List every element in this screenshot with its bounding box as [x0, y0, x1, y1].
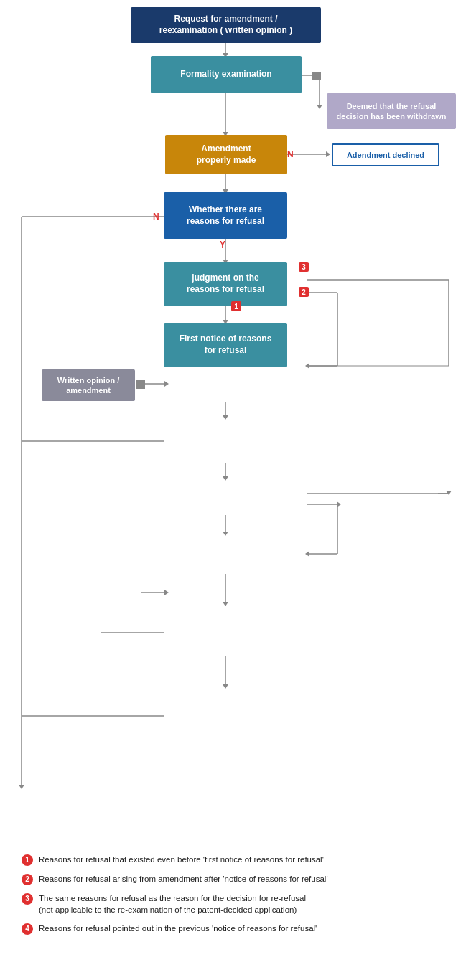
deemed-withdrawn-box: Deemed that the refusal decision has bee…: [327, 93, 456, 129]
badge-3-judgment1: 3: [299, 262, 309, 272]
svg-marker-47: [223, 684, 228, 689]
legend-badge-3: 3: [22, 893, 33, 905]
svg-marker-4: [317, 105, 322, 109]
whether1-n-label: N: [153, 212, 159, 222]
formality-label: Formality examination: [180, 69, 271, 80]
legend-item-1: 1 Reasons for refusal that existed even …: [22, 854, 444, 866]
legend-text-3: The same reasons for refusal as the reas…: [39, 892, 306, 915]
svg-marker-35: [337, 501, 341, 507]
badge-1-judgment1: 1: [231, 301, 241, 311]
formality-box: Formality examination: [151, 56, 302, 93]
svg-marker-23: [305, 363, 309, 369]
legend-badge-4: 4: [22, 923, 33, 935]
legend-badge-1: 1: [22, 854, 33, 866]
svg-marker-28: [223, 415, 228, 420]
svg-marker-44: [223, 602, 228, 606]
whether1-y-label: Y: [220, 240, 225, 250]
whether1-label: Whether there are reasons for refusal: [187, 204, 264, 227]
whether1-box: Whether there are reasons for refusal: [164, 192, 287, 239]
svg-marker-37: [223, 532, 228, 536]
badge-2-judgment1: 2: [299, 287, 309, 297]
legend-badge-2: 2: [22, 874, 33, 885]
legend-text-2: Reasons for refusal arising from amendme…: [39, 873, 328, 885]
legend-section: 1 Reasons for refusal that existed even …: [0, 839, 466, 956]
deemed-withdrawn-label: Deemed that the refusal decision has bee…: [337, 101, 447, 122]
amendment-declined1-label: Adendment declined: [347, 150, 424, 160]
judgment1-label: judgment on the reasons for refusal: [187, 273, 264, 295]
svg-marker-40: [305, 551, 309, 557]
svg-marker-26: [164, 381, 169, 387]
written-opinion1-label: Written opinion / amendment: [57, 375, 120, 396]
svg-marker-13: [19, 785, 24, 789]
legend-item-3: 3 The same reasons for refusal as the re…: [22, 892, 444, 915]
svg-marker-8: [326, 151, 330, 157]
legend-item-4: 4 Reasons for refusal pointed out in the…: [22, 923, 444, 935]
svg-marker-31: [223, 476, 228, 481]
legend-item-2: 2 Reasons for refusal arising from amend…: [22, 873, 444, 885]
svg-marker-33: [446, 491, 452, 495]
written-opinion1-box: Written opinion / amendment: [42, 369, 135, 401]
amendment1-box: Amendment properly made: [165, 135, 287, 174]
first-notice-label: First notice of reasons for refusal: [180, 334, 272, 356]
first-notice-box: First notice of reasons for refusal: [164, 323, 287, 367]
request-label: Request for amendment / reexamination ( …: [159, 14, 292, 36]
request-box: Request for amendment / reexamination ( …: [131, 7, 321, 43]
legend-text-1: Reasons for refusal that existed even be…: [39, 854, 324, 865]
amendment1-label: Amendment properly made: [197, 143, 256, 166]
svg-marker-42: [164, 590, 169, 595]
amendment1-n-label: N: [287, 149, 294, 159]
amendment-declined1-box: Adendment declined: [332, 143, 439, 166]
judgment1-box: judgment on the reasons for refusal: [164, 262, 287, 306]
legend-text-4: Reasons for refusal pointed out in the p…: [39, 923, 317, 934]
